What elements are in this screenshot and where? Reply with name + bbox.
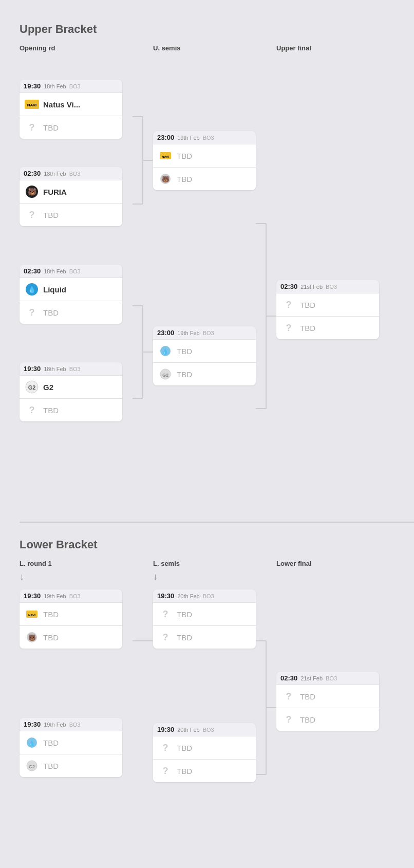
col-header-opening: Opening rd	[20, 44, 133, 52]
svg-text:🐻: 🐻	[28, 188, 37, 196]
svg-text:G2: G2	[29, 764, 35, 769]
match-us2: 23:00 19th Feb BO3 💧 TBD	[153, 326, 256, 385]
svg-text:💧: 💧	[28, 740, 35, 747]
lower-arrow-down-2: ↓	[153, 571, 158, 582]
liquid-small-icon-us2: 💧	[158, 344, 173, 358]
question-icon-uf1t1: ?	[281, 298, 296, 312]
question-icon-or1t2: ?	[25, 120, 39, 135]
col-header-usemis: U. semis	[153, 44, 256, 52]
liquid-icon: 💧	[25, 282, 39, 297]
navi-small-icon-us1: NAVI	[158, 149, 173, 163]
svg-text:💧: 💧	[162, 348, 169, 355]
g2-small-icon-lr2: G2	[25, 759, 39, 773]
question-icon-ls1t1: ?	[158, 607, 173, 621]
g2-small-icon-us2: G2	[158, 367, 173, 381]
match-us1: 23:00 19th Feb BO3 NAVI TBD	[153, 131, 256, 190]
svg-text:G2: G2	[28, 384, 36, 391]
svg-text:🐻: 🐻	[28, 634, 36, 641]
furia-small-icon-us1: 🐻	[158, 172, 173, 186]
question-icon-ls1t2: ?	[158, 630, 173, 644]
col-header-ufinal: Upper final	[276, 44, 379, 52]
g2-icon: G2	[25, 380, 39, 394]
furia-small-icon-lr1: 🐻	[25, 630, 39, 644]
question-icon-or2t2: ?	[25, 208, 39, 222]
match-or4: 19:30 18th Feb BO3 G2 G2	[20, 362, 133, 421]
match-or2: 02:30 18th Feb BO3 🐻 FURIA	[20, 167, 133, 226]
lower-col-header-semis: L. semis	[153, 560, 256, 567]
question-icon-ls2t2: ?	[158, 764, 173, 778]
lower-bracket-title: Lower Bracket	[20, 538, 414, 551]
match-ls1: 19:30 20th Feb BO3 ? TBD ? T	[153, 589, 256, 649]
svg-text:NAVI: NAVI	[162, 155, 169, 158]
lower-arrow-down-1: ↓	[20, 571, 24, 582]
furia-icon: 🐻	[25, 184, 39, 199]
liquid-small-icon-lr2: 💧	[25, 735, 39, 750]
match-lr1: 19:30 19th Feb BO3 NAVI TBD	[20, 589, 133, 649]
upper-bracket-title: Upper Bracket	[20, 23, 414, 36]
svg-text:NAVI: NAVI	[28, 614, 35, 617]
navi-icon: NAVI	[25, 97, 39, 112]
match-ls2: 19:30 20th Feb BO3 ? TBD ? T	[153, 723, 256, 782]
lower-col-header-final: Lower final	[276, 560, 379, 567]
lower-col-header-round1: L. round 1	[20, 560, 133, 567]
match-or1: 19:30 18th Feb BO3 NAVI Natus Vi...	[20, 80, 133, 139]
match-or3: 02:30 18th Feb BO3 💧 Liquid	[20, 265, 133, 324]
question-icon-lf1t2: ?	[281, 712, 296, 727]
section-divider	[20, 522, 414, 523]
navi-small-icon-lr1: NAVI	[25, 607, 39, 621]
upper-bracket-section: Upper Bracket Opening rd U. semis Upper …	[20, 23, 414, 511]
question-icon-uf1t2: ?	[281, 321, 296, 335]
svg-text:NAVI: NAVI	[27, 103, 37, 107]
svg-text:💧: 💧	[28, 285, 36, 294]
question-icon-or3t2: ?	[25, 305, 39, 320]
match-uf1: 02:30 21st Feb BO3 ? TBD ? T	[276, 280, 379, 339]
match-lf1: 02:30 21st Feb BO3 ? TBD ? T	[276, 672, 379, 731]
question-icon-ls2t1: ?	[158, 741, 173, 755]
svg-text:🐻: 🐻	[162, 175, 170, 183]
match-lr2: 19:30 19th Feb BO3 💧 TBD	[20, 718, 133, 777]
question-icon-or4t2: ?	[25, 403, 39, 417]
svg-text:G2: G2	[162, 373, 168, 378]
lower-bracket-section: Lower Bracket L. round 1 L. semis Lower …	[20, 538, 414, 868]
question-icon-lf1t1: ?	[281, 689, 296, 704]
